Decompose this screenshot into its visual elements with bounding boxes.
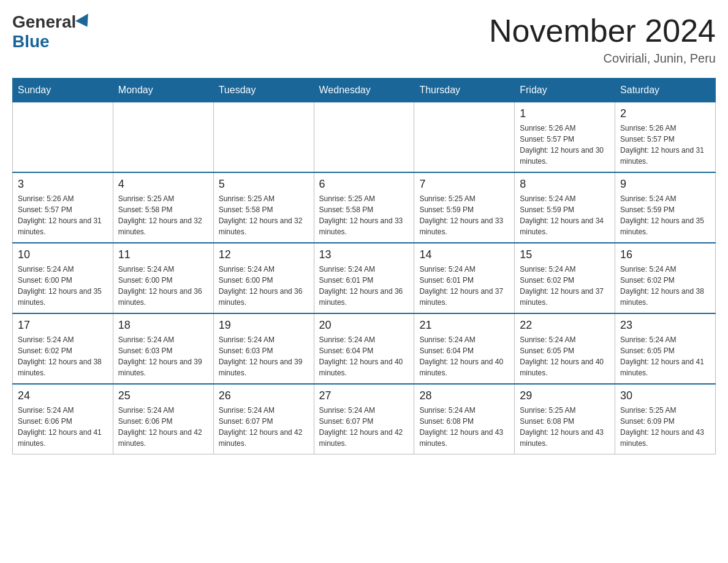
day-number: 28 bbox=[419, 389, 509, 402]
col-friday: Friday bbox=[515, 79, 615, 102]
day-info: Sunrise: 5:25 AMSunset: 5:58 PMDaylight:… bbox=[118, 193, 208, 237]
day-number: 20 bbox=[319, 319, 409, 332]
day-number: 7 bbox=[419, 178, 509, 191]
day-info: Sunrise: 5:24 AMSunset: 6:08 PMDaylight:… bbox=[419, 405, 509, 449]
calendar-cell: 24Sunrise: 5:24 AMSunset: 6:06 PMDayligh… bbox=[13, 384, 113, 454]
col-saturday: Saturday bbox=[615, 79, 716, 102]
location-text: Coviriali, Junin, Peru bbox=[489, 52, 716, 66]
day-number: 16 bbox=[620, 248, 710, 261]
calendar-cell: 22Sunrise: 5:24 AMSunset: 6:05 PMDayligh… bbox=[515, 313, 615, 384]
day-number: 5 bbox=[219, 178, 309, 191]
calendar-cell: 13Sunrise: 5:24 AMSunset: 6:01 PMDayligh… bbox=[314, 243, 414, 313]
logo-general: General bbox=[12, 12, 76, 32]
day-number: 1 bbox=[520, 107, 610, 120]
day-number: 3 bbox=[18, 178, 108, 191]
title-section: November 2024 Coviriali, Junin, Peru bbox=[489, 12, 716, 66]
day-info: Sunrise: 5:24 AMSunset: 6:06 PMDaylight:… bbox=[18, 405, 108, 449]
day-info: Sunrise: 5:24 AMSunset: 6:01 PMDaylight:… bbox=[419, 264, 509, 308]
day-number: 9 bbox=[620, 178, 710, 191]
calendar-cell bbox=[213, 102, 314, 173]
day-number: 23 bbox=[620, 319, 710, 332]
calendar-week-row-3: 10Sunrise: 5:24 AMSunset: 6:00 PMDayligh… bbox=[13, 243, 716, 313]
day-info: Sunrise: 5:24 AMSunset: 6:03 PMDaylight:… bbox=[118, 334, 208, 378]
calendar-cell: 11Sunrise: 5:24 AMSunset: 6:00 PMDayligh… bbox=[113, 243, 213, 313]
day-number: 6 bbox=[319, 178, 409, 191]
calendar-cell: 15Sunrise: 5:24 AMSunset: 6:02 PMDayligh… bbox=[515, 243, 615, 313]
calendar-cell: 30Sunrise: 5:25 AMSunset: 6:09 PMDayligh… bbox=[615, 384, 716, 454]
day-info: Sunrise: 5:24 AMSunset: 5:59 PMDaylight:… bbox=[620, 193, 710, 237]
calendar-cell: 18Sunrise: 5:24 AMSunset: 6:03 PMDayligh… bbox=[113, 313, 213, 384]
day-info: Sunrise: 5:25 AMSunset: 6:09 PMDaylight:… bbox=[620, 405, 710, 449]
month-title: November 2024 bbox=[489, 12, 716, 49]
day-info: Sunrise: 5:24 AMSunset: 6:00 PMDaylight:… bbox=[18, 264, 108, 308]
calendar-cell: 3Sunrise: 5:26 AMSunset: 5:57 PMDaylight… bbox=[13, 172, 113, 243]
calendar-table: Sunday Monday Tuesday Wednesday Thursday… bbox=[12, 78, 716, 454]
day-info: Sunrise: 5:24 AMSunset: 5:59 PMDaylight:… bbox=[520, 193, 610, 237]
day-info: Sunrise: 5:24 AMSunset: 6:02 PMDaylight:… bbox=[620, 264, 710, 308]
day-info: Sunrise: 5:24 AMSunset: 6:02 PMDaylight:… bbox=[18, 334, 108, 378]
calendar-cell: 28Sunrise: 5:24 AMSunset: 6:08 PMDayligh… bbox=[414, 384, 515, 454]
day-number: 10 bbox=[18, 248, 108, 261]
calendar-cell: 16Sunrise: 5:24 AMSunset: 6:02 PMDayligh… bbox=[615, 243, 716, 313]
logo-triangle-icon bbox=[75, 13, 94, 31]
day-info: Sunrise: 5:26 AMSunset: 5:57 PMDaylight:… bbox=[520, 123, 610, 167]
calendar-cell: 26Sunrise: 5:24 AMSunset: 6:07 PMDayligh… bbox=[213, 384, 314, 454]
day-info: Sunrise: 5:24 AMSunset: 6:04 PMDaylight:… bbox=[419, 334, 509, 378]
day-number: 12 bbox=[219, 248, 309, 261]
day-number: 27 bbox=[319, 389, 409, 402]
day-info: Sunrise: 5:24 AMSunset: 6:05 PMDaylight:… bbox=[620, 334, 710, 378]
day-number: 15 bbox=[520, 248, 610, 261]
col-sunday: Sunday bbox=[13, 79, 113, 102]
calendar-cell bbox=[113, 102, 213, 173]
day-number: 25 bbox=[118, 389, 208, 402]
day-info: Sunrise: 5:24 AMSunset: 6:06 PMDaylight:… bbox=[118, 405, 208, 449]
calendar-cell: 6Sunrise: 5:25 AMSunset: 5:58 PMDaylight… bbox=[314, 172, 414, 243]
day-number: 4 bbox=[118, 178, 208, 191]
calendar-header-row: Sunday Monday Tuesday Wednesday Thursday… bbox=[13, 79, 716, 102]
day-info: Sunrise: 5:25 AMSunset: 6:08 PMDaylight:… bbox=[520, 405, 610, 449]
calendar-cell: 19Sunrise: 5:24 AMSunset: 6:03 PMDayligh… bbox=[213, 313, 314, 384]
calendar-cell: 8Sunrise: 5:24 AMSunset: 5:59 PMDaylight… bbox=[515, 172, 615, 243]
col-wednesday: Wednesday bbox=[314, 79, 414, 102]
calendar-cell: 5Sunrise: 5:25 AMSunset: 5:58 PMDaylight… bbox=[213, 172, 314, 243]
day-info: Sunrise: 5:26 AMSunset: 5:57 PMDaylight:… bbox=[620, 123, 710, 167]
day-info: Sunrise: 5:24 AMSunset: 6:00 PMDaylight:… bbox=[118, 264, 208, 308]
col-thursday: Thursday bbox=[414, 79, 515, 102]
day-number: 18 bbox=[118, 319, 208, 332]
calendar-cell: 23Sunrise: 5:24 AMSunset: 6:05 PMDayligh… bbox=[615, 313, 716, 384]
day-info: Sunrise: 5:24 AMSunset: 6:02 PMDaylight:… bbox=[520, 264, 610, 308]
logo-text: General bbox=[12, 12, 93, 32]
day-number: 19 bbox=[219, 319, 309, 332]
calendar-week-row-1: 1Sunrise: 5:26 AMSunset: 5:57 PMDaylight… bbox=[13, 102, 716, 173]
calendar-cell: 10Sunrise: 5:24 AMSunset: 6:00 PMDayligh… bbox=[13, 243, 113, 313]
day-info: Sunrise: 5:25 AMSunset: 5:58 PMDaylight:… bbox=[219, 193, 309, 237]
calendar-cell: 9Sunrise: 5:24 AMSunset: 5:59 PMDaylight… bbox=[615, 172, 716, 243]
calendar-cell: 20Sunrise: 5:24 AMSunset: 6:04 PMDayligh… bbox=[314, 313, 414, 384]
day-info: Sunrise: 5:24 AMSunset: 6:07 PMDaylight:… bbox=[319, 405, 409, 449]
calendar-cell: 12Sunrise: 5:24 AMSunset: 6:00 PMDayligh… bbox=[213, 243, 314, 313]
day-number: 11 bbox=[118, 248, 208, 261]
day-info: Sunrise: 5:24 AMSunset: 6:04 PMDaylight:… bbox=[319, 334, 409, 378]
page-header: General Blue November 2024 Coviriali, Ju… bbox=[12, 12, 716, 66]
calendar-cell: 7Sunrise: 5:25 AMSunset: 5:59 PMDaylight… bbox=[414, 172, 515, 243]
calendar-cell: 14Sunrise: 5:24 AMSunset: 6:01 PMDayligh… bbox=[414, 243, 515, 313]
calendar-cell: 4Sunrise: 5:25 AMSunset: 5:58 PMDaylight… bbox=[113, 172, 213, 243]
calendar-week-row-5: 24Sunrise: 5:24 AMSunset: 6:06 PMDayligh… bbox=[13, 384, 716, 454]
calendar-cell bbox=[13, 102, 113, 173]
day-number: 14 bbox=[419, 248, 509, 261]
day-info: Sunrise: 5:24 AMSunset: 6:05 PMDaylight:… bbox=[520, 334, 610, 378]
day-number: 17 bbox=[18, 319, 108, 332]
calendar-cell: 21Sunrise: 5:24 AMSunset: 6:04 PMDayligh… bbox=[414, 313, 515, 384]
logo: General Blue bbox=[12, 12, 93, 52]
logo-blue: Blue bbox=[12, 32, 50, 52]
day-number: 2 bbox=[620, 107, 710, 120]
day-number: 22 bbox=[520, 319, 610, 332]
col-tuesday: Tuesday bbox=[213, 79, 314, 102]
day-number: 24 bbox=[18, 389, 108, 402]
day-number: 8 bbox=[520, 178, 610, 191]
calendar-cell bbox=[314, 102, 414, 173]
calendar-cell: 27Sunrise: 5:24 AMSunset: 6:07 PMDayligh… bbox=[314, 384, 414, 454]
day-info: Sunrise: 5:24 AMSunset: 6:07 PMDaylight:… bbox=[219, 405, 309, 449]
day-info: Sunrise: 5:25 AMSunset: 5:59 PMDaylight:… bbox=[419, 193, 509, 237]
calendar-cell: 2Sunrise: 5:26 AMSunset: 5:57 PMDaylight… bbox=[615, 102, 716, 173]
